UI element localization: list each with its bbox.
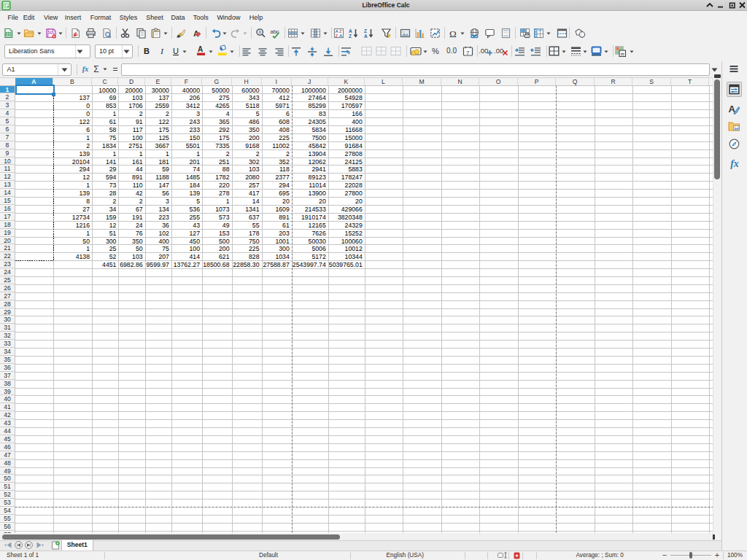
svg-text:Z: Z [335,34,338,38]
svg-text:A: A [339,34,343,38]
svg-text:7: 7 [466,49,470,55]
svg-text:Z: Z [349,34,352,39]
svg-text:a: a [258,29,261,34]
svg-text:Ω: Ω [449,28,457,39]
svg-text:A: A [198,45,203,53]
svg-text:A: A [364,34,368,39]
